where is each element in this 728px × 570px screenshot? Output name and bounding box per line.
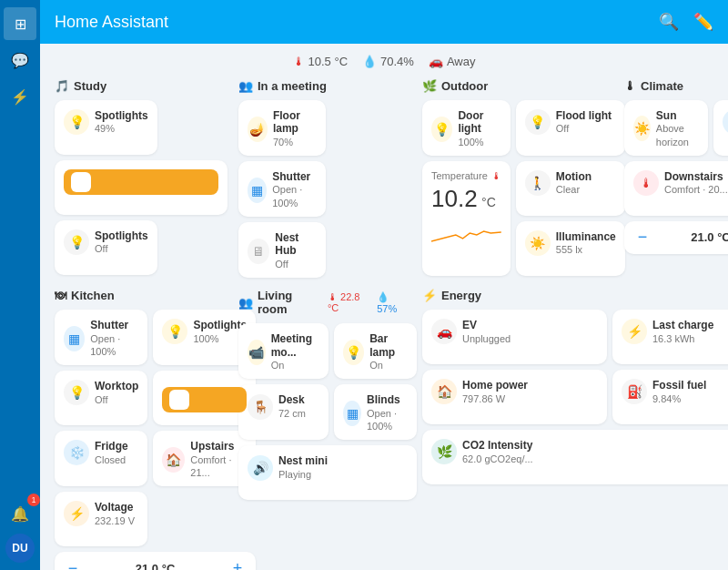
spotlights-off-card[interactable]: 💡 Spotlights Off — [55, 220, 157, 275]
illuminance-name: Illuminance — [556, 230, 616, 243]
home-power-name: Home power — [462, 379, 528, 392]
bar-lamp-card[interactable]: 💡 Bar lamp On — [334, 323, 417, 379]
floor-lamp-name: Floor lamp — [273, 109, 317, 136]
presence-value: Away — [447, 55, 476, 68]
last-charge-name: Last charge — [652, 319, 713, 331]
last-charge-card[interactable]: ⚡ Last charge 16.3 kWh — [612, 310, 728, 364]
flood-light-card[interactable]: 💡 Flood light Off — [516, 100, 625, 156]
sun-name: Sun — [656, 109, 699, 122]
climate-icon: 🌡 — [624, 79, 636, 93]
energy-title: Energy — [441, 289, 481, 302]
co2-value: 62.0 gCO2eq/... — [462, 453, 533, 465]
shutter-meeting-card[interactable]: ▦ Shutter Open · 100% — [238, 161, 326, 217]
fossil-fuel-card[interactable]: ⛽ Fossil fuel 9.84% — [612, 370, 728, 424]
floor-lamp-card[interactable]: 🪔 Floor lamp 70% — [238, 100, 326, 156]
spotlights-on-card[interactable]: 💡 Spotlights 49% — [55, 100, 157, 155]
study-toggle-card[interactable] — [55, 160, 228, 215]
kitchen-climate-row: − 21.0 °C + — [55, 552, 256, 570]
kitchen-shutter-card[interactable]: ▦ Shutter Open · 100% — [55, 310, 147, 365]
spotlights-off-icon: 💡 — [64, 229, 89, 255]
outdoor-temp-big: 10.2 °C — [431, 185, 501, 213]
kitchen-worktop-card[interactable]: 💡 Worktop Off — [55, 371, 147, 425]
desk-card[interactable]: 🪑 Desk 72 cm — [238, 384, 329, 440]
blinds-name: Blinds — [367, 393, 408, 406]
spotlights-off-name: Spotlights — [95, 229, 148, 242]
sidebar-item-overview[interactable]: ⊞ — [4, 7, 36, 40]
temperature-icon: 🌡 — [293, 55, 305, 68]
nest-mini-icon: 🔊 — [248, 455, 273, 481]
kitchen-voltage-name: Voltage — [95, 501, 135, 514]
co2-icon: 🌿 — [431, 439, 457, 464]
living-room-title: Living room — [258, 289, 323, 316]
kitchen-fridge-card[interactable]: ❄️ Fridge Closed — [55, 431, 147, 486]
nest-mini-card[interactable]: 🔊 Nest mini Playing — [238, 445, 417, 500]
climate-control-row: − 21.0 °C + — [624, 221, 728, 254]
outdoor-temp-unit-icon: 🌡 — [491, 170, 501, 181]
downstairs-card[interactable]: 🌡 Downstairs Comfort · 20... — [624, 161, 728, 216]
home-power-card[interactable]: 🏠 Home power 797.86 W — [422, 370, 607, 424]
meeting-title: In a meeting — [258, 79, 327, 93]
meeting-monitor-card[interactable]: 📹 Meeting mo... On — [238, 323, 329, 379]
shutter-meeting-icon: ▦ — [248, 178, 267, 203]
user-avatar[interactable]: DU — [5, 534, 35, 563]
desk-icon: 🪑 — [248, 394, 273, 420]
blinds-icon: ▦ — [343, 401, 361, 426]
outside-temperature: 🌡 10.5 °C — [293, 55, 349, 68]
edit-icon[interactable]: ✏️ — [693, 12, 713, 32]
nest-hub-name: Nest Hub — [275, 231, 317, 258]
kitchen-dimmer[interactable] — [162, 387, 247, 412]
kitchen-spotlights-icon: 💡 — [162, 319, 187, 344]
bar-lamp-icon: 💡 — [343, 340, 364, 365]
kitchen-shutter-name: Shutter — [90, 319, 138, 331]
outside-humidity: 💧 70.4% — [362, 55, 414, 68]
home-power-value: 797.86 W — [462, 392, 528, 405]
spotlights-on-value: 49% — [95, 122, 148, 135]
blinds-card[interactable]: ▦ Blinds Open · 100% — [334, 384, 417, 440]
study-dimmer[interactable] — [64, 169, 218, 195]
outdoor-title: Outdoor — [441, 79, 488, 93]
shutter-meeting-name: Shutter — [272, 170, 317, 183]
motion-card[interactable]: 🚶 Motion Clear — [516, 161, 625, 216]
upstairs-icon: 🏠 — [162, 447, 185, 473]
nest-mini-name: Nest mini — [278, 454, 328, 467]
study-icon: 🎵 — [55, 79, 69, 93]
sun-card[interactable]: ☀️ Sun Above horizon — [624, 100, 708, 156]
dimmer-knob — [71, 172, 91, 192]
kitchen-worktop-name: Worktop — [95, 380, 138, 392]
living-room-section: 👥 Living room 🌡 22.8 °C 💧 57% 📹 Meeting … — [238, 289, 411, 570]
door-light-icon: 💡 — [431, 117, 452, 142]
bar-lamp-name: Bar lamp — [369, 332, 408, 359]
spotlights-off-value: Off — [95, 242, 148, 255]
door-light-value: 100% — [458, 136, 500, 148]
humidity-icon: 💧 — [362, 55, 377, 68]
kitchen-voltage-card[interactable]: ⚡ Voltage 232.19 V — [55, 492, 147, 546]
ev-card[interactable]: 🚗 EV Unplugged — [422, 310, 607, 364]
sun-value: Above horizon — [656, 122, 699, 148]
meeting-monitor-name: Meeting mo... — [271, 332, 320, 359]
notification-bell[interactable]: 🔔 1 — [4, 497, 36, 530]
shutter-meeting-value: Open · 100% — [272, 183, 317, 209]
search-icon[interactable]: 🔍 — [659, 12, 679, 32]
door-light-card[interactable]: 💡 Door light 100% — [422, 100, 511, 156]
kitchen-voltage-icon: ⚡ — [64, 501, 89, 526]
rain-icon: 💧 — [723, 109, 728, 135]
co2-intensity-card[interactable]: 🌿 CO2 Intensity 62.0 gCO2eq/... — [422, 430, 728, 484]
illuminance-card[interactable]: ☀️ Illuminance 555 lx — [516, 221, 625, 276]
climate-title: Climate — [641, 79, 683, 93]
outdoor-temp-label: Temperature — [431, 170, 488, 181]
climate-decrease-button[interactable]: − — [633, 229, 652, 247]
nest-hub-card[interactable]: 🖥 Nest Hub Off — [238, 222, 326, 278]
rain-card[interactable]: 💧 Rain 7.2 mm — [713, 100, 728, 156]
sidebar-item-messages[interactable]: 💬 — [4, 44, 36, 76]
temperature-value: 10.5 °C — [308, 55, 349, 68]
study-title: Study — [74, 79, 106, 93]
flood-light-icon: 💡 — [525, 109, 551, 135]
kitchen-climate-decrease-button[interactable]: − — [64, 559, 82, 570]
meeting-monitor-value: On — [271, 359, 320, 372]
climate-temp-value: 21.0 °C — [657, 230, 728, 244]
sidebar-item-energy[interactable]: ⚡ — [4, 80, 36, 113]
ev-value: Unplugged — [462, 332, 511, 345]
kitchen-fridge-name: Fridge — [95, 440, 128, 453]
outdoor-temp-card[interactable]: Temperature 🌡 10.2 °C — [422, 161, 511, 276]
spotlights-on-name: Spotlights — [95, 109, 148, 122]
